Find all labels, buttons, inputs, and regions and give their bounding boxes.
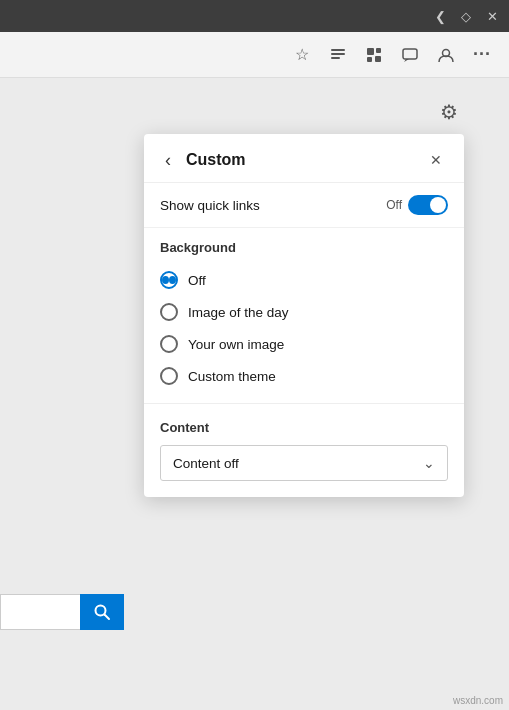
radio-off-circle xyxy=(160,271,178,289)
collections-icon[interactable] xyxy=(359,40,389,70)
reading-list-icon[interactable] xyxy=(323,40,353,70)
profile-icon[interactable] xyxy=(431,40,461,70)
radio-own-image[interactable]: Your own image xyxy=(160,329,448,359)
svg-rect-4 xyxy=(376,48,381,53)
toggle-state-label: Off xyxy=(386,198,402,212)
title-bar: ❮ ◇ ✕ xyxy=(0,0,509,32)
radio-custom-theme-label: Custom theme xyxy=(188,369,276,384)
radio-image-of-day[interactable]: Image of the day xyxy=(160,297,448,327)
browser-toolbar: ☆ ··· xyxy=(0,32,509,78)
panel-header: ‹ Custom ✕ xyxy=(144,134,464,183)
radio-own-image-label: Your own image xyxy=(188,337,284,352)
radio-image-of-day-label: Image of the day xyxy=(188,305,289,320)
feedback-icon[interactable] xyxy=(395,40,425,70)
dropdown-arrow-icon: ⌄ xyxy=(423,455,435,471)
toggle-container: Off xyxy=(386,195,448,215)
svg-rect-0 xyxy=(331,49,345,51)
divider xyxy=(144,403,464,404)
close-window-button[interactable]: ✕ xyxy=(479,3,505,29)
radio-custom-theme[interactable]: Custom theme xyxy=(160,361,448,391)
svg-rect-3 xyxy=(367,48,374,55)
radio-custom-theme-circle xyxy=(160,367,178,385)
quick-links-toggle[interactable] xyxy=(408,195,448,215)
background-radio-group: Off Image of the day Your own image Cust… xyxy=(160,265,448,391)
radio-own-image-circle xyxy=(160,335,178,353)
svg-rect-2 xyxy=(331,57,340,59)
content-label: Content xyxy=(160,420,448,435)
back-button[interactable]: ‹ xyxy=(156,148,180,172)
search-bar-area xyxy=(0,594,124,630)
minimize-button[interactable]: ❮ xyxy=(427,3,453,29)
radio-off-label: Off xyxy=(188,273,206,288)
background-section: Background Off Image of the day Your own… xyxy=(144,228,464,399)
svg-rect-7 xyxy=(403,49,417,59)
search-button[interactable] xyxy=(80,594,124,630)
custom-panel: ‹ Custom ✕ Show quick links Off Backgrou… xyxy=(144,134,464,497)
svg-rect-1 xyxy=(331,53,345,55)
radio-off[interactable]: Off xyxy=(160,265,448,295)
panel-title: Custom xyxy=(186,151,424,169)
radio-image-of-day-circle xyxy=(160,303,178,321)
favorites-icon[interactable]: ☆ xyxy=(287,40,317,70)
svg-line-10 xyxy=(105,615,110,620)
settings-gear-button[interactable]: ⚙ xyxy=(433,96,465,128)
close-icon: ✕ xyxy=(430,152,442,168)
search-icon xyxy=(93,603,111,621)
svg-rect-6 xyxy=(375,56,381,62)
background-label: Background xyxy=(160,240,448,255)
quick-links-label: Show quick links xyxy=(160,198,260,213)
quick-links-row: Show quick links Off xyxy=(144,183,464,228)
content-section: Content Content off ⌄ xyxy=(144,408,464,497)
gear-icon: ⚙ xyxy=(440,100,458,124)
watermark: wsxdn.com xyxy=(453,695,503,706)
diamond-button[interactable]: ◇ xyxy=(453,3,479,29)
dropdown-value: Content off xyxy=(173,456,239,471)
close-panel-button[interactable]: ✕ xyxy=(424,148,448,172)
more-options-icon[interactable]: ··· xyxy=(467,40,497,70)
page-area: ⚙ ‹ Custom ✕ Show quick links Off xyxy=(0,78,509,710)
content-dropdown[interactable]: Content off ⌄ xyxy=(160,445,448,481)
search-input[interactable] xyxy=(0,594,80,630)
svg-rect-5 xyxy=(367,57,372,62)
back-icon: ‹ xyxy=(165,150,171,171)
